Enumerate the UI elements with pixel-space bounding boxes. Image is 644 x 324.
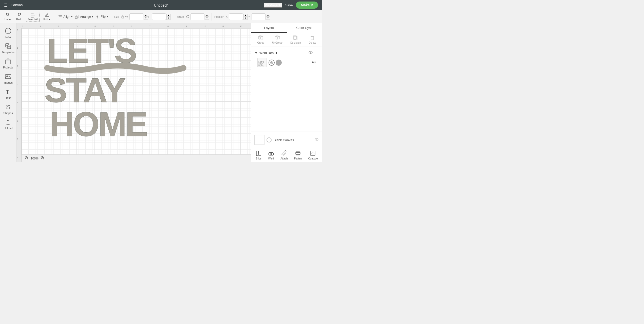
ungroup-button[interactable]: UnGroup [272,35,282,44]
flatten-button[interactable]: Flatten [294,150,302,160]
my-projects-button[interactable]: My Projects [264,3,282,8]
svg-point-47 [310,52,311,53]
height-down[interactable]: ▼ [166,17,171,20]
ruler-mark-h-10: 10 [203,25,206,28]
group-button[interactable]: Group [257,35,264,44]
sidebar-item-text[interactable]: T Text [0,86,16,101]
x-up[interactable]: ▲ [243,14,248,17]
zoom-out-icon [25,156,29,160]
y-label: Y [248,15,250,18]
select-all-button[interactable]: Select All [26,12,40,22]
y-input[interactable] [252,13,266,20]
svg-point-24 [6,105,10,109]
canvas-area[interactable]: 0 1 2 3 4 5 6 7 8 9 10 11 12 0 1 2 3 [16,23,251,162]
edit-button[interactable]: Edit ▼ [41,11,52,22]
hamburger-icon[interactable]: ☰ [4,3,8,8]
weld-result-group: ▼ Weld Result — LET'S [253,48,320,68]
svg-rect-17 [8,45,11,49]
panel-tabs: Layers Color Sync [251,23,322,33]
sidebar-item-projects[interactable]: Projects [0,56,16,71]
eye-off-icon [314,137,319,142]
h-label: H [148,15,150,18]
sidebar-item-images[interactable]: Images [0,71,16,86]
rotate-label: Rotate [176,15,184,18]
ruler-mark-v-6: 6 [17,138,18,140]
height-input[interactable] [152,13,166,20]
group-icon [258,35,263,41]
rotate-spinner: ▲ ▼ [205,14,209,20]
zoom-in-button[interactable] [41,156,45,161]
canvas-design[interactable]: LET'S STAY HOME [42,31,189,162]
right-panel: Layers Color Sync Group UnGroup [251,23,322,162]
arrange-dropdown[interactable]: Arrange ▼ [74,14,94,19]
blank-canvas-hide-button[interactable] [314,137,319,143]
size-group: Size W ▲ ▼ H ▲ ▼ [114,13,171,20]
svg-rect-58 [256,151,258,156]
attach-button[interactable]: Attach [280,150,288,160]
sidebar-item-new[interactable]: New [0,25,16,41]
weld-button[interactable]: Weld [268,150,274,160]
make-it-button[interactable]: Make It [296,2,318,9]
ruler-mark-h-3: 3 [76,25,78,28]
svg-rect-36 [258,37,260,39]
rotate-down[interactable]: ▼ [205,17,209,20]
upload-icon [5,119,12,126]
rotate-input[interactable] [191,13,204,20]
height-up[interactable]: ▲ [166,14,171,17]
width-down[interactable]: ▼ [144,17,148,20]
sidebar-item-shapes[interactable]: Shapes [0,101,16,117]
zoom-out-button[interactable] [25,156,29,161]
tab-layers[interactable]: Layers [251,23,287,33]
delete-button[interactable]: Delete [309,35,316,44]
weld-result-eye-button[interactable] [308,50,313,56]
sidebar-item-upload[interactable]: Upload [0,117,16,132]
y-down[interactable]: ▼ [266,17,270,20]
ruler-corner [16,23,22,28]
bottom-tools: Slice Weld Attach [251,148,322,162]
rotate-up[interactable]: ▲ [205,14,209,17]
flip-icon [95,14,100,19]
ruler-mark-h-12: 12 [240,25,242,28]
width-input[interactable] [129,13,143,20]
duplicate-button[interactable]: Duplicate [290,35,301,44]
layer-item-weld[interactable]: LET'S STAY HOME [253,57,320,68]
crosshair-icon [270,61,273,64]
rotate-icon [185,14,190,19]
header: ☰ Canvas Untitled* My Projects Save Make… [0,0,322,10]
x-input[interactable] [229,13,243,20]
layers-content: ▼ Weld Result — LET'S [251,46,322,132]
slice-button[interactable]: Slice [256,150,262,160]
contour-button[interactable]: Contoue [308,150,318,160]
y-spinner: ▲ ▼ [266,14,270,20]
upload-label: Upload [4,127,13,130]
align-dropdown[interactable]: Align ▼ [58,14,73,19]
x-down[interactable]: ▼ [243,17,248,20]
svg-rect-43 [311,37,314,40]
layer-color-swatch[interactable] [276,60,282,66]
ruler-mark-h-7: 7 [149,25,150,28]
tab-color-sync[interactable]: Color Sync [287,23,322,33]
weld-result-header[interactable]: ▼ Weld Result — [253,48,320,57]
arrange-icon [74,14,80,19]
toolbar-sep-3 [173,13,173,21]
toolbar-sep-1 [55,13,55,21]
document-title: Untitled* [154,3,168,7]
svg-line-30 [27,159,28,160]
redo-label: Redo [16,18,22,21]
undo-button[interactable]: Undo [3,11,13,22]
ruler-mark-v-1: 1 [17,47,18,49]
flip-dropdown[interactable]: Flip ▼ [95,14,108,19]
y-up[interactable]: ▲ [266,14,270,17]
canvas-grid[interactable]: LET'S STAY HOME [22,28,251,154]
left-sidebar: New Templates Projects [0,23,16,162]
svg-rect-10 [122,16,124,18]
sidebar-item-templates[interactable]: Templates [0,41,16,56]
svg-text:HOME: HOME [258,65,264,67]
save-button[interactable]: Save [285,3,293,7]
toolbar: Undo Redo Select All Edit ▼ [0,10,322,23]
ruler-mark-v-5: 5 [17,120,18,122]
width-up[interactable]: ▲ [144,14,148,17]
redo-button[interactable]: Redo [14,11,24,22]
layer-item-eye-button[interactable] [312,60,316,65]
ruler-mark-h-2: 2 [58,25,59,28]
